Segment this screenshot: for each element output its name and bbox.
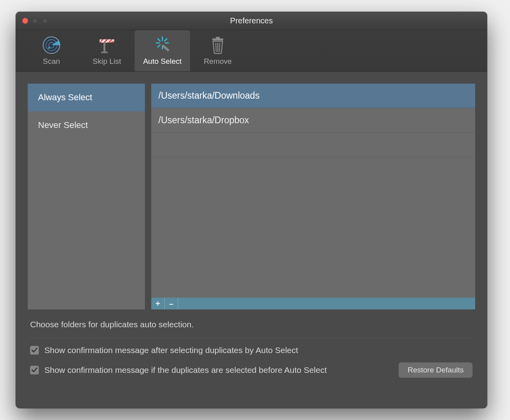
sidebar-item-label: Always Select (38, 92, 92, 103)
folder-list-pane: /Users/starka/Downloads /Users/starka/Dr… (151, 84, 475, 309)
svg-point-4 (48, 47, 50, 49)
tab-scan[interactable]: Scan (24, 30, 79, 71)
minimize-window-button[interactable] (32, 18, 38, 24)
sidebar-item-always-select[interactable]: Always Select (28, 84, 145, 111)
option-row: Show confirmation message after selectin… (30, 346, 473, 355)
restore-defaults-button[interactable]: Restore Defaults (398, 362, 473, 378)
traffic-lights (16, 18, 48, 24)
tab-label: Auto Select (143, 57, 181, 66)
content-area: Always Select Never Select /Users/starka… (16, 72, 487, 408)
option-row: Show confirmation message if the duplica… (30, 362, 473, 378)
remove-folder-button[interactable]: – (165, 298, 178, 309)
svg-line-19 (216, 43, 216, 52)
close-window-button[interactable] (22, 18, 28, 24)
tab-label: Remove (204, 57, 232, 66)
svg-rect-17 (212, 38, 223, 40)
description-text: Choose folders for duplicates auto selec… (28, 309, 475, 337)
checkbox-label: Show confirmation message if the duplica… (44, 365, 327, 375)
preferences-toolbar: Scan Skip List (16, 30, 487, 72)
minus-icon: – (169, 299, 173, 308)
radar-icon (42, 36, 61, 55)
tab-label: Skip List (93, 57, 121, 66)
svg-line-21 (219, 43, 220, 52)
split-panes: Always Select Never Select /Users/starka… (28, 84, 475, 309)
titlebar[interactable]: Preferences (16, 12, 487, 30)
svg-rect-7 (103, 42, 105, 52)
barrier-icon (97, 36, 116, 55)
tab-skip-list[interactable]: Skip List (79, 30, 135, 71)
svg-line-13 (158, 39, 160, 41)
svg-line-14 (165, 39, 167, 41)
checkbox-label: Show confirmation message after selectin… (44, 346, 298, 355)
trash-icon (208, 36, 227, 55)
svg-rect-8 (101, 52, 108, 53)
sidebar-item-label: Never Select (38, 120, 88, 130)
folder-list-controls: + – (151, 298, 475, 309)
select-mode-list: Always Select Never Select (28, 84, 145, 309)
plus-icon: + (156, 299, 160, 308)
divider (30, 338, 473, 338)
svg-line-15 (158, 45, 160, 47)
folder-path: /Users/starka/Downloads (158, 90, 260, 101)
preferences-window: Preferences Scan (16, 12, 487, 408)
window-title: Preferences (16, 16, 487, 25)
folder-path: /Users/starka/Dropbox (158, 115, 249, 126)
add-folder-button[interactable]: + (151, 298, 165, 309)
checkbox-confirm-before-autoselect[interactable] (30, 366, 39, 374)
wand-icon (153, 36, 172, 55)
folder-path-list[interactable]: /Users/starka/Downloads /Users/starka/Dr… (151, 84, 475, 298)
folder-row[interactable]: /Users/starka/Dropbox (151, 108, 475, 133)
bottom-options: Show confirmation message after selectin… (28, 346, 475, 388)
sidebar-item-never-select[interactable]: Never Select (28, 111, 145, 139)
folder-row-empty[interactable] (151, 133, 475, 157)
tab-remove[interactable]: Remove (190, 30, 245, 71)
svg-rect-18 (216, 37, 220, 38)
zoom-window-button[interactable] (42, 18, 48, 24)
tab-auto-select[interactable]: Auto Select (135, 30, 190, 71)
folder-row[interactable]: /Users/starka/Downloads (151, 84, 475, 108)
checkbox-confirm-after-autoselect[interactable] (30, 346, 39, 355)
tab-label: Scan (43, 57, 60, 66)
